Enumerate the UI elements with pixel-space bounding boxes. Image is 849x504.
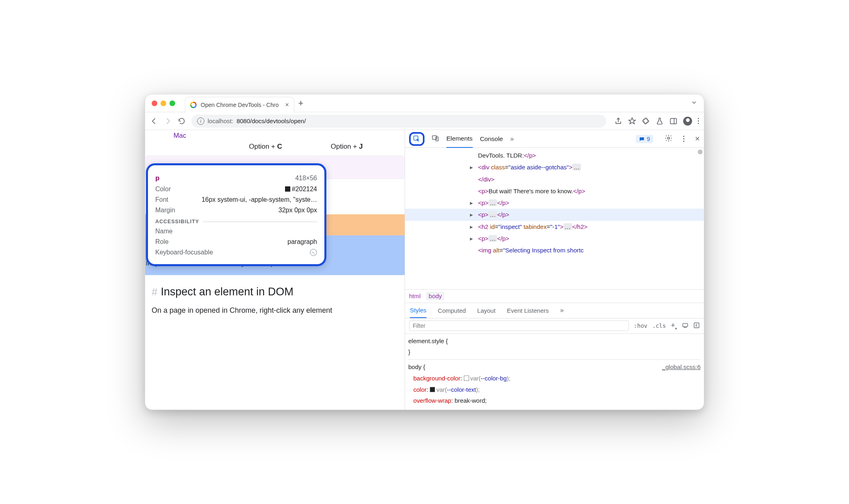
dom-line[interactable]: DevTools. TLDR:</p>: [405, 149, 704, 161]
site-info-icon[interactable]: i: [197, 117, 204, 125]
devtools-tabs-overflow[interactable]: »: [510, 135, 514, 143]
tab-close-button[interactable]: ×: [285, 101, 289, 109]
tooltip-name-key: Name: [155, 228, 173, 235]
dom-line[interactable]: <p>But wait! There's more to know.</p>: [405, 185, 704, 197]
tooltip-margin-value: 32px 0px 0px: [279, 207, 317, 214]
hov-toggle[interactable]: :hov: [634, 322, 647, 329]
share-icon[interactable]: [614, 117, 622, 125]
svg-rect-0: [671, 118, 677, 124]
source-link[interactable]: _global.scss:6: [662, 361, 701, 373]
svg-point-6: [668, 137, 670, 139]
rendered-page: Mac Option + C Option + J p418×56 Color#…: [145, 130, 405, 410]
shortcut-j-label: Option + J: [331, 143, 363, 151]
issues-counter[interactable]: 9: [636, 135, 654, 143]
chrome-menu-button[interactable]: [698, 118, 699, 124]
title-bar: Open Chrome DevTools - Chro × +: [145, 94, 704, 112]
labs-flask-icon[interactable]: [656, 117, 664, 125]
extensions-puzzle-icon[interactable]: [642, 117, 650, 125]
devtools-menu-button[interactable]: [683, 136, 684, 142]
tooltip-role-value: paragraph: [287, 238, 317, 246]
reload-button[interactable]: [178, 117, 186, 125]
browser-window: Open Chrome DevTools - Chro × + i localh…: [145, 94, 704, 410]
shortcut-c-label: Option + C: [249, 143, 282, 151]
svg-rect-7: [683, 323, 688, 327]
browser-tab[interactable]: Open Chrome DevTools - Chro ×: [185, 97, 294, 113]
tab-overflow-button[interactable]: [691, 99, 697, 107]
devtools-close-button[interactable]: ×: [695, 134, 700, 143]
tooltip-accessibility-heading: ACCESSIBILITY: [155, 219, 317, 224]
back-button[interactable]: [150, 117, 158, 125]
url-host: localhost:: [208, 117, 233, 124]
devtools-settings-icon[interactable]: [665, 134, 673, 144]
section-heading: Inspect an element in DOM: [161, 286, 293, 298]
styles-tab-layout[interactable]: Layout: [477, 303, 495, 318]
minimize-window-button[interactable]: [161, 100, 166, 106]
devtools-tab-elements[interactable]: Elements: [446, 130, 473, 148]
tooltip-dimensions: 418×56: [295, 175, 317, 182]
forward-button[interactable]: [164, 117, 172, 125]
breadcrumb-html[interactable]: html: [409, 293, 420, 299]
dom-line[interactable]: ▸<div class="aside aside--gotchas">…: [405, 161, 704, 173]
device-toolbar-button[interactable]: [432, 135, 439, 143]
new-tab-button[interactable]: +: [298, 98, 304, 109]
devtools-tab-console[interactable]: Console: [480, 130, 503, 147]
tooltip-keyboard-focusable-key: Keyboard-focusable: [155, 249, 213, 256]
profile-avatar-icon[interactable]: [683, 117, 692, 126]
tooltip-margin-key: Margin: [155, 207, 175, 214]
close-window-button[interactable]: [152, 100, 157, 106]
inspector-tooltip: p418×56 Color#202124 Font16px system-ui,…: [146, 163, 326, 266]
dom-line[interactable]: ▸<h2 id="inspect" tabindex="-1">…</h2>: [405, 221, 704, 233]
chrome-favicon-icon: [190, 102, 197, 108]
styles-tabbar: Styles Computed Layout Event Listeners »: [405, 303, 704, 318]
tooltip-color-value: #202124: [285, 186, 317, 193]
paint-flashing-icon[interactable]: [682, 322, 688, 330]
nav-toolbar: i localhost:8080/docs/devtools/open/: [145, 112, 704, 130]
traffic-lights: [152, 100, 175, 106]
styles-filter-input[interactable]: [409, 320, 629, 331]
tooltip-role-key: Role: [155, 238, 169, 246]
not-focusable-icon: [310, 249, 317, 256]
bookmark-star-icon[interactable]: [628, 117, 636, 125]
svg-rect-8: [694, 323, 699, 328]
rule-body[interactable]: body {_global.scss:6 background-color: v…: [408, 359, 701, 406]
zoom-window-button[interactable]: [169, 100, 175, 106]
url-path: 8080/docs/devtools/open/: [236, 117, 306, 124]
tab-title: Open Chrome DevTools - Chro: [201, 102, 279, 108]
body-paragraph: On a page in opened in Chrome, right-cli…: [152, 306, 398, 315]
styles-tabs-overflow[interactable]: »: [560, 307, 564, 314]
dom-line-selected[interactable]: ▸<p>…</p>: [405, 209, 704, 220]
dom-line[interactable]: ▸<p>…</p>: [405, 233, 704, 244]
dom-line[interactable]: ▸<p>…</p>: [405, 197, 704, 209]
breadcrumb-body[interactable]: body: [426, 292, 444, 300]
devtools-toolbar: Elements Console » 9 ×: [405, 130, 704, 148]
dom-tree[interactable]: DevTools. TLDR:</p> ▸<div class="aside a…: [405, 148, 704, 289]
new-style-rule-button[interactable]: +▾: [671, 321, 677, 331]
dom-line[interactable]: <img alt="Selecting Inspect from shortc: [405, 244, 704, 256]
rule-element-style[interactable]: element.style {}: [408, 335, 701, 358]
styles-tab-computed[interactable]: Computed: [438, 303, 466, 318]
tooltip-font-key: Font: [155, 196, 168, 203]
devtools-panel: Elements Console » 9 × DevTools. TLDR:</…: [405, 130, 704, 410]
styles-tab-styles[interactable]: Styles: [410, 303, 427, 318]
toolbar-right-icons: [612, 117, 699, 126]
styles-tab-event-listeners[interactable]: Event Listeners: [507, 303, 549, 318]
cls-toggle[interactable]: .cls: [652, 322, 666, 329]
styles-filter-bar: :hov .cls +▾: [405, 318, 704, 334]
tooltip-tagname: p: [155, 174, 159, 182]
address-bar[interactable]: i localhost:8080/docs/devtools/open/: [191, 115, 606, 128]
os-tab-mac[interactable]: Mac: [152, 130, 398, 143]
shortcut-row: Option + C Option + J: [152, 143, 398, 156]
heading-anchor-hash[interactable]: #: [152, 286, 157, 298]
content-area: Mac Option + C Option + J p418×56 Color#…: [145, 130, 704, 410]
tooltip-font-value: 16px system-ui, -apple-system, "syste…: [168, 196, 317, 203]
dom-line[interactable]: </div>: [405, 173, 704, 185]
tooltip-color-key: Color: [155, 186, 171, 193]
inspect-element-button[interactable]: [409, 132, 424, 146]
sidepanel-icon[interactable]: [669, 117, 677, 125]
heading-row: # Inspect an element in DOM: [152, 286, 398, 298]
style-rules[interactable]: element.style {} body {_global.scss:6 ba…: [405, 334, 704, 410]
breadcrumb-bar: html body: [405, 289, 704, 303]
computed-styles-toggle-icon[interactable]: [693, 322, 700, 330]
